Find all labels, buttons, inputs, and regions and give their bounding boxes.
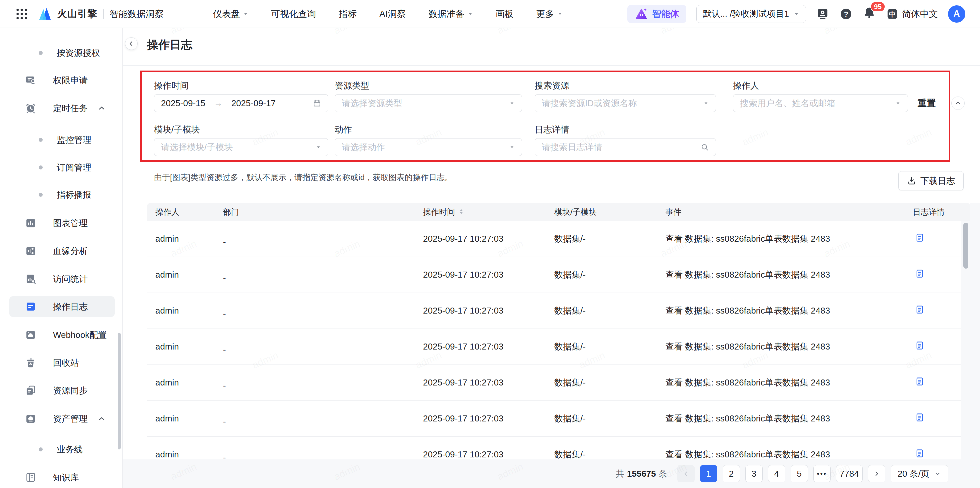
table-header-cell: 模块/子模块	[554, 207, 665, 217]
sidebar-item-subscription-manage[interactable]: 订阅管理	[10, 157, 115, 178]
download-label: 下载日志	[920, 175, 955, 187]
language-switch[interactable]: 中 简体中文	[886, 8, 938, 20]
nav-item-1[interactable]: 可视化查询	[271, 8, 316, 20]
sidebar-scrollbar[interactable]	[118, 333, 121, 449]
cell-log-detail	[913, 412, 964, 425]
caret-down-icon	[509, 100, 515, 106]
daterange-filter[interactable]: 2025-09-15→2025-09-17	[154, 94, 328, 112]
filter-placeholder: 请选择动作	[342, 141, 385, 153]
nav-item-label: AI洞察	[379, 8, 406, 20]
page-button-4[interactable]: 4	[768, 465, 785, 482]
prev-page-button[interactable]	[677, 465, 695, 482]
page-button-5[interactable]: 5	[791, 465, 808, 482]
cell-dept: -	[223, 234, 423, 244]
cell-text: admin	[155, 269, 179, 280]
cell-user: admin	[147, 449, 223, 459]
page-size-selector[interactable]: 20 条/页	[891, 465, 948, 482]
cell-dept: -	[223, 342, 423, 352]
total-count: 共155675条	[616, 468, 667, 480]
log-detail-icon[interactable]	[915, 233, 925, 242]
page-button-last[interactable]: 7784	[836, 465, 863, 482]
chevron-down-icon	[934, 470, 941, 477]
log-detail-icon[interactable]	[915, 341, 925, 350]
sidebar-item-lineage-analysis[interactable]: 血缘分析	[10, 241, 115, 261]
sidebar-item-monitor-manage[interactable]: 监控管理	[10, 130, 115, 150]
svg-text:中: 中	[889, 10, 896, 17]
console-icon[interactable]	[816, 7, 829, 21]
table-header-cell: 事件	[665, 207, 913, 217]
cell-text: 查看 数据集: ss0826fabric单表数据集 2483	[665, 306, 830, 315]
nav-item-2[interactable]: 指标	[339, 8, 357, 20]
select-filter[interactable]: 请搜索资源ID或资源名称	[535, 94, 716, 112]
select-filter[interactable]: 请选择资源类型	[335, 94, 522, 112]
filters-collapse-button[interactable]	[951, 97, 965, 110]
chevron-left-icon	[682, 470, 690, 477]
chart-manage-icon	[25, 217, 37, 229]
sidebar-item-visit-stats[interactable]: 访问统计	[10, 269, 115, 289]
brand-logo-icon[interactable]	[37, 6, 52, 22]
search-filter[interactable]: 请搜索日志详情	[535, 138, 716, 156]
log-detail-icon[interactable]	[915, 412, 925, 422]
select-filter[interactable]: 请选择动作	[335, 138, 522, 156]
reset-button[interactable]: 重置	[918, 94, 935, 112]
log-detail-icon[interactable]	[915, 377, 925, 387]
sidebar-item-knowledge-base[interactable]: 知识库	[10, 467, 115, 488]
page-button-3[interactable]: 3	[745, 465, 763, 482]
sidebar-item-label: Webhook配置	[53, 329, 107, 341]
sidebar-item-by-resource-auth[interactable]: 按资源授权	[10, 43, 115, 63]
sidebar-item-business-line[interactable]: 业务线	[10, 439, 115, 460]
sidebar-item-chart-manage[interactable]: 图表管理	[10, 213, 115, 233]
help-icon[interactable]: ?	[839, 7, 853, 21]
select-filter[interactable]: 搜索用户名、姓名或邮箱	[733, 94, 908, 112]
sidebar-item-metric-broadcast[interactable]: 指标播报	[10, 184, 115, 205]
next-page-button[interactable]	[868, 465, 885, 482]
nav-item-6[interactable]: 更多	[536, 8, 563, 20]
bullet-icon	[39, 51, 43, 55]
table-header-cell: 操作人	[147, 207, 223, 217]
sidebar-item-resource-sync[interactable]: 资源同步	[10, 380, 115, 401]
nav-item-0[interactable]: 仪表盘	[213, 8, 248, 20]
pagination-bar: 共155675条 12345•••7784 20 条/页	[123, 459, 980, 488]
cell-module: 数据集/-	[554, 233, 665, 245]
project-selector[interactable]: 默认... /验收测试项目1	[696, 5, 806, 23]
page-button-1[interactable]: 1	[700, 465, 718, 482]
cell-text: 2025-09-17 10:27:03	[423, 342, 503, 352]
bullet-icon	[39, 193, 43, 197]
nav-right: 智能体 默认... /验收测试项目1 ? 95 中 简体中文 A	[627, 5, 965, 23]
sidebar-collapse-button[interactable]	[125, 37, 138, 50]
notification-bell[interactable]: 95	[863, 6, 876, 22]
select-filter[interactable]: 请选择模块/子模块	[154, 138, 328, 156]
cell-time: 2025-09-17 10:27:03	[423, 377, 554, 388]
nav-item-5[interactable]: 画板	[496, 8, 514, 20]
log-detail-icon[interactable]	[915, 448, 925, 458]
avatar[interactable]: A	[948, 5, 965, 23]
cell-text: -	[223, 417, 226, 424]
sidebar-item-webhook-config[interactable]: Webhook配置	[10, 325, 115, 345]
nav-item-3[interactable]: AI洞察	[379, 8, 406, 20]
page-number: 7784	[840, 469, 859, 479]
log-detail-icon[interactable]	[915, 304, 925, 315]
sidebar-item-operation-log[interactable]: 操作日志	[10, 296, 115, 317]
chevron-up-icon	[954, 99, 962, 107]
visit-stats-icon	[25, 273, 37, 285]
cell-text: 数据集/-	[554, 414, 585, 423]
cell-module: 数据集/-	[554, 269, 665, 280]
sidebar-item-permission-request[interactable]: 权限申请	[10, 70, 115, 90]
sort-icon[interactable]	[458, 208, 465, 216]
apps-grid-icon[interactable]	[15, 7, 29, 21]
page-button-2[interactable]: 2	[723, 465, 740, 482]
download-log-button[interactable]: 下载日志	[898, 171, 964, 190]
sidebar-item-label: 指标播报	[57, 189, 91, 201]
table-scrollbar-thumb[interactable]	[963, 223, 968, 269]
nav-item-4[interactable]: 数据准备	[429, 8, 473, 20]
cell-text: -	[223, 345, 226, 352]
sidebar-item-recycle-bin[interactable]: 回收站	[10, 353, 115, 373]
table-header-label: 操作人	[155, 208, 179, 216]
log-detail-icon[interactable]	[915, 269, 925, 279]
agent-button[interactable]: 智能体	[627, 5, 686, 23]
sidebar-item-asset-manage[interactable]: 资产管理	[10, 409, 115, 429]
sidebar-item-label: 回收站	[53, 357, 79, 369]
page-ellipsis-button[interactable]: •••	[813, 465, 830, 482]
cell-text: 2025-09-17 10:27:03	[423, 414, 503, 424]
sidebar-item-scheduled-task[interactable]: 定时任务	[10, 98, 115, 119]
